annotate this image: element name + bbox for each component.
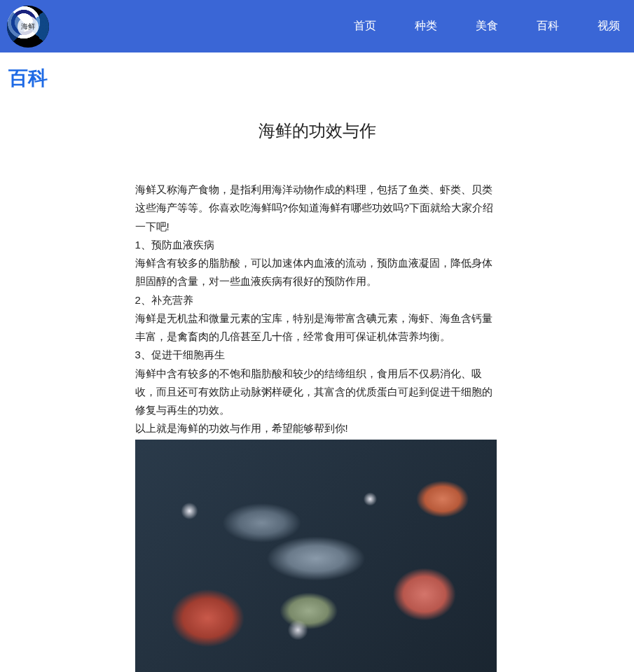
main-nav: 首页 种类 美食 百科 视频 [354, 19, 627, 34]
article-paragraph: 海鲜含有较多的脂肪酸，可以加速体内血液的流动，预防血液凝固，降低身体胆固醇的含量… [135, 254, 499, 291]
article-title: 海鲜的功效与作 [135, 120, 499, 142]
article-image-seafood [135, 440, 497, 673]
site-header: 首页 种类 美食 百科 视频 [0, 0, 634, 52]
nav-category[interactable]: 种类 [415, 19, 437, 34]
nav-video[interactable]: 视频 [598, 19, 620, 34]
article-paragraph: 以上就是海鲜的功效与作用，希望能够帮到你! [135, 419, 499, 438]
nav-encyclopedia[interactable]: 百科 [537, 19, 559, 34]
article-paragraph: 3、促进干细胞再生 [135, 346, 499, 364]
article-paragraph: 2、补充营养 [135, 291, 499, 309]
nav-home[interactable]: 首页 [354, 19, 376, 34]
article-paragraph: 海鲜又称海产食物，是指利用海洋动物作成的料理，包括了鱼类、虾类、贝类这些海产等等… [135, 181, 499, 236]
nav-food[interactable]: 美食 [476, 19, 498, 34]
site-logo[interactable] [7, 6, 49, 48]
page-title: 百科 [0, 52, 634, 99]
article-paragraph: 海鲜中含有较多的不饱和脂肪酸和较少的结缔组织，食用后不仅易消化、吸收，而且还可有… [135, 365, 499, 420]
article-paragraph: 海鲜是无机盐和微量元素的宝库，特别是海带富含碘元素，海虾、海鱼含钙量丰富，是禽畜… [135, 309, 499, 346]
article: 海鲜的功效与作 海鲜又称海产食物，是指利用海洋动物作成的料理，包括了鱼类、虾类、… [128, 120, 506, 672]
article-body: 海鲜又称海产食物，是指利用海洋动物作成的料理，包括了鱼类、虾类、贝类这些海产等等… [135, 181, 499, 438]
article-paragraph: 1、预防血液疾病 [135, 236, 499, 254]
